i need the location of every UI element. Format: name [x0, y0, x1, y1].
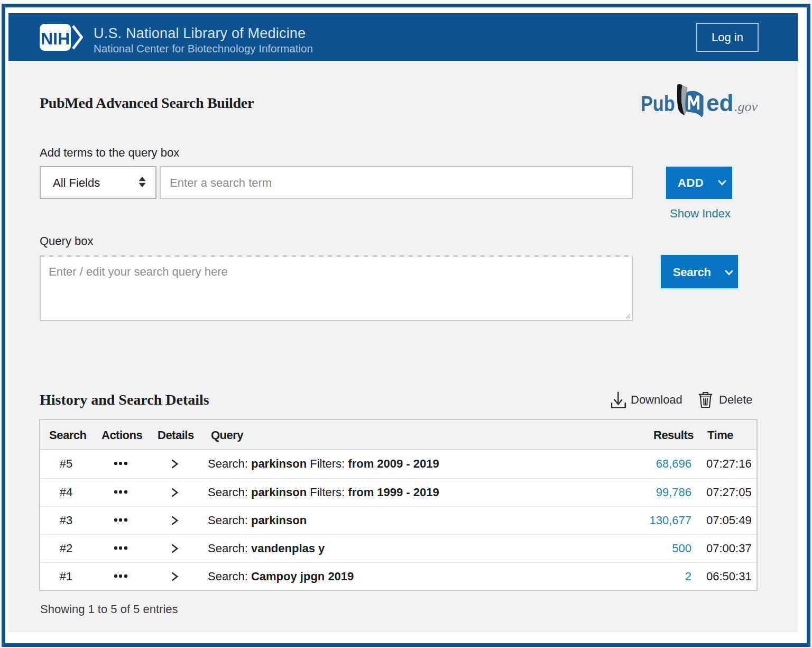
svg-text:ed: ed: [706, 90, 733, 116]
svg-text:Pub: Pub: [641, 92, 675, 115]
svg-text:NIH: NIH: [41, 29, 70, 48]
svg-text:.gov: .gov: [734, 99, 758, 114]
